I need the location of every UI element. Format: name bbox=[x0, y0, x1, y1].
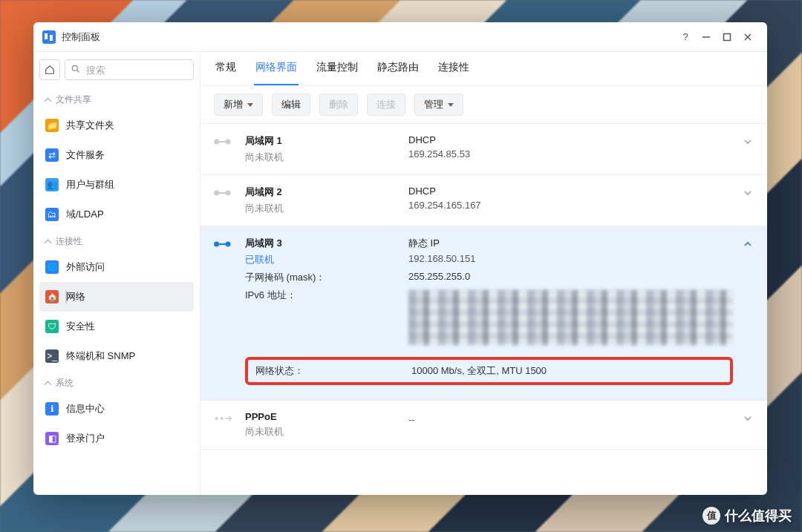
interface-ip: 169.254.165.167 bbox=[408, 200, 733, 211]
detail-value-mask: 255.255.255.0 bbox=[408, 271, 733, 284]
sidebar-item-信息中心[interactable]: ℹ信息中心 bbox=[39, 394, 194, 424]
svg-point-5 bbox=[214, 191, 219, 196]
sidebar-item-icon: 🗂 bbox=[45, 208, 59, 221]
svg-rect-0 bbox=[724, 33, 731, 40]
tab-静态路由[interactable]: 静态路由 bbox=[376, 51, 420, 85]
watermark: 值 什么值得买 bbox=[702, 507, 792, 525]
sidebar-item-label: 域/LDAP bbox=[66, 208, 104, 221]
toolbar-编辑[interactable]: 编辑 bbox=[272, 93, 310, 116]
watermark-badge-icon: 值 bbox=[702, 507, 720, 525]
sidebar-item-icon: ℹ bbox=[45, 402, 59, 416]
watermark-text: 什么值得买 bbox=[725, 507, 792, 525]
sidebar-group-title[interactable]: 文件共享 bbox=[39, 88, 194, 111]
minimize-button[interactable] bbox=[696, 27, 717, 47]
detail-label-mask: 子网掩码 (mask)： bbox=[245, 271, 408, 284]
interface-status: 尚未联机 bbox=[245, 151, 408, 164]
expand-toggle[interactable] bbox=[733, 134, 763, 146]
home-button[interactable] bbox=[39, 59, 60, 80]
sidebar-group-title[interactable]: 系统 bbox=[39, 371, 194, 394]
sidebar-group-title[interactable]: 连接性 bbox=[39, 229, 194, 252]
interface-row[interactable]: 局域网 2 尚未联机 DHCP 169.254.165.167 bbox=[200, 175, 767, 226]
caret-down-icon bbox=[448, 103, 454, 107]
interface-name: 局域网 1 bbox=[245, 134, 408, 148]
sidebar-item-安全性[interactable]: 🛡安全性 bbox=[39, 312, 194, 341]
sidebar-item-icon: 🛡 bbox=[45, 320, 59, 333]
detail-label-netstate: 网络状态： bbox=[255, 364, 411, 378]
tab-网络界面[interactable]: 网络界面 bbox=[254, 51, 299, 85]
expand-toggle[interactable] bbox=[733, 411, 763, 423]
sidebar-item-label: 网络 bbox=[66, 290, 85, 303]
sidebar-item-label: 用户与群组 bbox=[66, 178, 114, 191]
sidebar-item-域/LDAP[interactable]: 🗂域/LDAP bbox=[39, 200, 194, 229]
interface-status: 已联机 bbox=[245, 253, 408, 266]
toolbar-管理[interactable]: 管理 bbox=[414, 93, 463, 116]
control-panel-window: 控制面板 ? 文件共享📁共享 bbox=[33, 22, 767, 495]
svg-point-4 bbox=[226, 139, 231, 145]
tabs: 常规网络界面流量控制静态路由连接性 bbox=[200, 52, 767, 86]
interface-ip: 192.168.50.151 bbox=[408, 253, 733, 264]
close-button[interactable] bbox=[737, 27, 758, 47]
interface-name: 局域网 2 bbox=[245, 185, 408, 199]
toolbar-button-label: 编辑 bbox=[281, 98, 301, 111]
interface-list: 局域网 1 尚未联机 DHCP 169.254.85.53 局域网 2 尚未联机… bbox=[200, 124, 767, 495]
sidebar-item-用户与群组[interactable]: 👥用户与群组 bbox=[39, 170, 194, 200]
svg-point-2 bbox=[214, 139, 219, 145]
tab-常规[interactable]: 常规 bbox=[214, 51, 238, 85]
interface-row[interactable]: 局域网 1 尚未联机 DHCP 169.254.85.53 bbox=[200, 124, 767, 175]
toolbar-删除: 删除 bbox=[319, 93, 358, 116]
sidebar-item-label: 信息中心 bbox=[66, 402, 105, 416]
sidebar-item-登录门户[interactable]: ◧登录门户 bbox=[39, 424, 194, 453]
detail-value-netstate: 10000 Mb/s, 全双工, MTU 1500 bbox=[411, 364, 723, 378]
titlebar: 控制面板 ? bbox=[33, 22, 767, 52]
sidebar-item-icon: >_ bbox=[45, 349, 59, 363]
toolbar-新增[interactable]: 新增 bbox=[214, 93, 263, 116]
expand-toggle[interactable] bbox=[733, 237, 763, 249]
window-title: 控制面板 bbox=[62, 30, 100, 44]
svg-rect-6 bbox=[219, 192, 226, 194]
sidebar-item-icon: 🏠 bbox=[45, 290, 59, 303]
toolbar: 新增编辑删除连接管理 bbox=[200, 86, 767, 124]
chevron-up-icon bbox=[44, 238, 51, 246]
interface-status: 尚未联机 bbox=[245, 202, 408, 215]
interface-row[interactable]: 局域网 3 已联机 静态 IP 192.168.50.151 子网掩码 (mas… bbox=[200, 226, 767, 401]
search-input[interactable] bbox=[65, 59, 194, 80]
help-button[interactable]: ? bbox=[675, 27, 696, 47]
interface-status: 尚未联机 bbox=[245, 425, 408, 439]
sidebar-item-文件服务[interactable]: ⇄文件服务 bbox=[39, 140, 194, 170]
sidebar-item-网络[interactable]: 🏠网络 bbox=[39, 282, 194, 312]
svg-point-11 bbox=[215, 417, 218, 420]
svg-point-10 bbox=[226, 242, 231, 247]
interface-ip: -- bbox=[408, 414, 733, 425]
port-icon bbox=[200, 134, 245, 148]
port-icon bbox=[200, 237, 245, 250]
interface-type: DHCP bbox=[408, 185, 733, 197]
detail-label-ipv6: IPv6 地址： bbox=[245, 289, 408, 348]
sidebar-item-icon: ⇄ bbox=[45, 148, 59, 162]
svg-point-1 bbox=[72, 65, 77, 70]
sidebar-item-label: 共享文件夹 bbox=[66, 119, 114, 132]
sidebar-item-共享文件夹[interactable]: 📁共享文件夹 bbox=[39, 111, 194, 140]
toolbar-button-label: 管理 bbox=[424, 98, 443, 111]
port-icon bbox=[200, 185, 245, 199]
interface-name: 局域网 3 bbox=[245, 237, 408, 250]
expand-toggle[interactable] bbox=[733, 185, 763, 197]
content-pane: 常规网络界面流量控制静态路由连接性 新增编辑删除连接管理 局域网 1 尚未联机 … bbox=[200, 52, 767, 495]
caret-down-icon bbox=[247, 103, 253, 107]
maximize-button[interactable] bbox=[717, 27, 737, 47]
sidebar-item-终端机和 SNMP[interactable]: >_终端机和 SNMP bbox=[39, 341, 194, 371]
svg-point-7 bbox=[226, 191, 231, 196]
interface-type: 静态 IP bbox=[408, 237, 733, 250]
svg-point-8 bbox=[214, 242, 219, 247]
search-icon bbox=[71, 64, 81, 76]
sidebar-item-icon: 📁 bbox=[45, 119, 59, 132]
detail-value-ipv6-redacted bbox=[408, 290, 733, 345]
app-icon bbox=[42, 30, 56, 44]
toolbar-button-label: 连接 bbox=[376, 98, 396, 111]
tab-流量控制[interactable]: 流量控制 bbox=[315, 51, 359, 85]
svg-rect-3 bbox=[219, 141, 226, 142]
tab-连接性[interactable]: 连接性 bbox=[437, 51, 471, 85]
sidebar-item-icon: ◧ bbox=[45, 432, 59, 445]
sidebar-item-label: 安全性 bbox=[66, 320, 95, 333]
sidebar-item-外部访问[interactable]: 🌐外部访问 bbox=[39, 252, 194, 282]
interface-row[interactable]: PPPoE 尚未联机 -- bbox=[200, 401, 767, 450]
